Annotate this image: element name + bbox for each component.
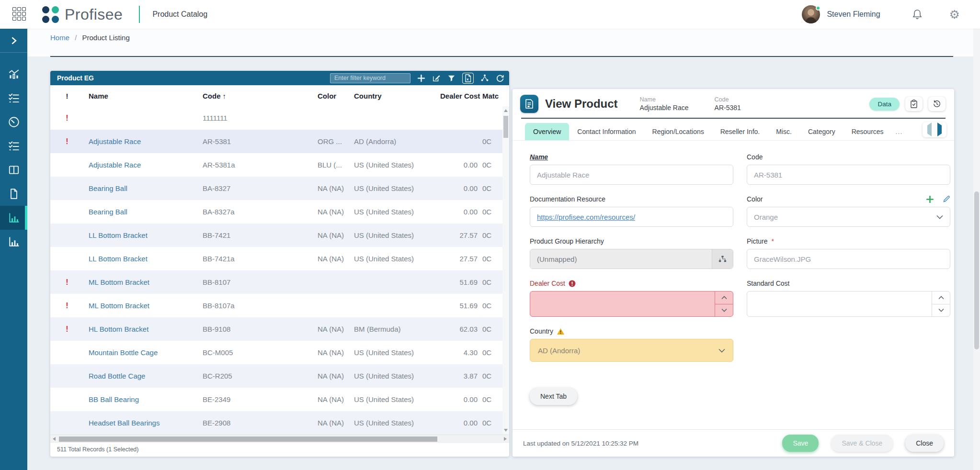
table-row[interactable]: Road Bottle Cage BC-R205 NA (NA) US (Uni… [50,364,502,388]
column-header-match[interactable]: Matc [480,92,502,100]
cell-code: BB-7421a [201,255,316,263]
name-input[interactable] [530,165,733,185]
next-tab-button[interactable]: Next Tab [530,388,577,405]
product-group-hierarchy-input[interactable] [530,249,712,269]
scroll-right-icon[interactable] [501,435,509,443]
table-row[interactable]: ! Adjustable Race AR-5381 ORG ... AD (An… [50,130,502,153]
color-select[interactable]: Orange [747,207,950,227]
table-row[interactable]: ! 1111111 [50,106,502,130]
scroll-down-icon[interactable] [502,427,509,434]
scroll-left-icon[interactable] [50,435,58,443]
panel-tab[interactable]: ... [892,123,907,140]
panel-tab[interactable]: Category [800,123,843,140]
excel-export-icon[interactable]: x [462,73,474,84]
picture-input[interactable] [747,249,950,269]
filter-keyword-input[interactable] [330,73,410,83]
stepper-down-icon[interactable] [932,304,950,317]
cell-code: 1111111 [201,114,316,122]
table-row[interactable]: ! ML Bottom Bracket BB-8107a 51.69 0C [50,294,502,317]
dealer-cost-input[interactable] [530,291,733,316]
vertical-scroll-thumb[interactable] [503,116,508,138]
column-header-warning[interactable]: ! [50,92,84,100]
panel-tab[interactable]: Region/Locations [644,123,712,140]
table-row[interactable]: BB Ball Bearing BE-2349 NA (NA) US (Unit… [50,388,502,411]
panel-tab[interactable]: Contact Information [569,123,644,140]
window-scrollbar[interactable] [973,29,980,470]
stepper-up-icon[interactable] [715,291,733,304]
filter-icon[interactable] [447,74,456,82]
documentation-resource-label: Documentation Resource [530,195,733,203]
column-header-dealer-cost[interactable]: Dealer Cost [438,92,480,100]
table-row[interactable]: LL Bottom Bracket BB-7421a NA (NA) US (U… [50,247,502,270]
table-row[interactable]: ! HL Bottom Bracket BB-9108 NA (NA) BM (… [50,317,502,341]
table-row[interactable]: Headset Ball Bearings BE-2908 NA (NA) US… [50,411,502,435]
hierarchy-picker-button[interactable] [712,249,733,269]
save-button[interactable]: Save [782,435,819,452]
dealer-cost-label: Dealer Cost [530,280,733,287]
horizontal-scrollbar[interactable] [50,435,509,442]
edit-color-icon[interactable] [943,195,950,203]
color-value: Orange [754,213,778,221]
table-row[interactable]: Mountain Bottle Cage BC-M005 NA (NA) US … [50,341,502,364]
clipboard-check-icon[interactable] [905,97,923,111]
close-button[interactable]: Close [905,435,944,452]
refresh-icon[interactable] [496,74,504,82]
notifications-bell-icon[interactable] [912,9,923,20]
vertical-scrollbar[interactable] [502,106,509,435]
cell-match: 0C [480,184,502,192]
save-and-close-button[interactable]: Save & Close [831,435,893,452]
settings-gear-icon[interactable]: ⚙ [949,9,960,21]
cell-match: 0C [480,208,502,216]
column-header-color[interactable]: Color [316,92,352,100]
horizontal-scroll-thumb[interactable] [59,436,437,442]
add-color-icon[interactable] [926,196,934,203]
sidebar-item-reports-active[interactable] [0,206,27,230]
cell-color: NA (NA) [316,348,352,357]
column-header-code[interactable]: Code↑ [201,92,316,100]
history-icon[interactable] [928,97,946,111]
tab-nav-left-icon[interactable] [927,125,932,134]
tab-nav-right-icon[interactable] [937,125,942,134]
country-select[interactable]: AD (Andorra) [530,339,733,362]
sidebar-item-explorer[interactable] [0,158,27,182]
code-input[interactable] [747,165,950,185]
sidebar-item-charts[interactable] [0,230,27,254]
share-hierarchy-icon[interactable] [480,74,489,82]
edit-record-icon[interactable] [432,74,441,82]
sidebar-item-documents[interactable] [0,182,27,206]
breadcrumb-home-link[interactable]: Home [50,34,69,42]
scroll-up-icon[interactable] [502,107,509,114]
table-row[interactable]: Bearing Ball BA-8327a NA (NA) US (United… [50,200,502,224]
cell-dealer-cost: 27.57 [438,255,480,263]
sidebar-expand-chevron-icon[interactable] [0,29,27,53]
table-row[interactable]: LL Bottom Bracket BB-7421 NA (NA) US (Un… [50,224,502,247]
grid-rows: ! 1111111 ! Adjustable Race AR-5381 ORG … [50,106,509,435]
table-row[interactable]: Bearing Ball BA-8327 NA (NA) US (United … [50,177,502,200]
window-scroll-thumb[interactable] [974,191,979,349]
app-launcher-icon[interactable] [12,7,27,22]
panel-tab[interactable]: Resources [843,123,892,140]
sidebar-item-dashboard[interactable] [0,110,27,134]
cell-country: US (United States) [352,419,438,427]
column-header-country[interactable]: Country [352,92,438,100]
color-field: Color Orange [747,195,950,227]
stepper-up-icon[interactable] [932,291,950,304]
sidebar-item-analytics[interactable] [0,62,27,86]
cell-dealer-cost: 0.00 [438,184,480,192]
sidebar-item-tasks[interactable] [0,134,27,158]
documentation-resource-link[interactable]: https://profisee.com/resources/ [537,213,635,221]
standard-cost-input[interactable] [747,291,950,316]
column-header-name[interactable]: Name [84,92,201,100]
panel-tab[interactable]: Reseller Info. [712,123,768,140]
cell-country: US (United States) [352,395,438,403]
data-button[interactable]: Data [869,98,900,111]
table-row[interactable]: ! ML Bottom Bracket BB-8107 51.69 0C [50,270,502,294]
panel-tab[interactable]: Overview [525,123,569,140]
name-field-label: Name [530,153,733,161]
add-record-icon[interactable] [417,74,425,82]
sidebar-item-worklist[interactable] [0,86,27,110]
avatar[interactable] [802,5,820,23]
table-row[interactable]: Adjustable Race AR-5381a BLU (... US (Un… [50,153,502,177]
stepper-down-icon[interactable] [715,304,733,317]
panel-tab[interactable]: Misc. [768,123,800,140]
